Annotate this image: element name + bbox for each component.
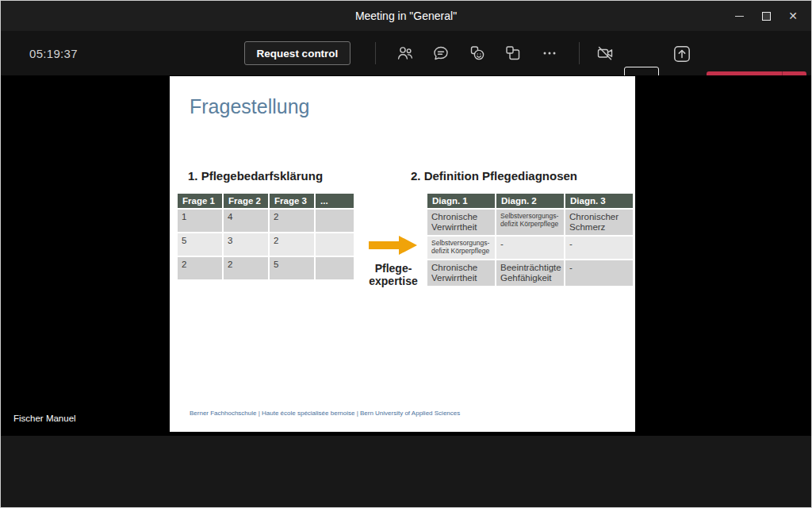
- table-cell: 2: [178, 257, 222, 279]
- more-dots-icon: [540, 44, 559, 63]
- table-header-cell: Diagn. 3: [565, 194, 633, 208]
- table-header-cell: Frage 1: [178, 194, 222, 208]
- participants-button[interactable]: [391, 39, 419, 67]
- titlebar: Meeting in "General" ✕: [1, 1, 811, 31]
- slide-section2-heading: 2. Definition Pflegediagnosen: [411, 169, 577, 183]
- minimize-icon: [735, 16, 744, 17]
- diagnosen-table: Diagn. 1Diagn. 2Diagn. 3Chronische Verwi…: [426, 192, 634, 287]
- table-header-cell: Frage 3: [270, 194, 314, 208]
- table-cell: 5: [270, 257, 314, 279]
- maximize-button[interactable]: [753, 4, 779, 28]
- slide-title: Fragestellung: [190, 95, 309, 118]
- table-cell: 4: [224, 210, 268, 232]
- table-cell: [316, 233, 354, 256]
- toolbar-divider: [579, 42, 580, 64]
- window-title: Meeting in "General": [1, 1, 811, 31]
- people-icon: [396, 44, 415, 63]
- chat-button[interactable]: [427, 39, 455, 67]
- window-controls: ✕: [726, 1, 806, 31]
- process-arrow: Pflege- expertise: [365, 235, 422, 287]
- arrow-label-line2: expertise: [365, 275, 422, 287]
- shared-slide: Fragestellung 1. Pflegebedarfsklärung 2.…: [170, 76, 635, 432]
- table-cell: -: [565, 237, 633, 259]
- reactions-button[interactable]: [463, 39, 492, 67]
- table-cell: [316, 210, 354, 232]
- table-cell: Beeinträchtigte Gehfähigkeit: [496, 260, 564, 286]
- table-header-cell: Diagn. 2: [496, 194, 564, 208]
- right-arrow-icon: [369, 235, 418, 256]
- request-control-button[interactable]: Request control: [244, 41, 350, 65]
- breakout-rooms-button[interactable]: [499, 39, 527, 67]
- share-screen-icon: [672, 44, 692, 64]
- fragen-table: Frage 1Frage 2Frage 3...142532225: [176, 192, 355, 281]
- table-cell: 2: [270, 210, 314, 232]
- camera-off-button[interactable]: [591, 39, 619, 67]
- maximize-icon: [762, 12, 771, 21]
- arrow-label-line1: Pflege-: [365, 262, 422, 275]
- toolbar-divider: [375, 42, 376, 64]
- table-cell: 2: [270, 233, 314, 256]
- teams-meeting-window: Meeting in "General" ✕ 05:19:37 Request …: [0, 0, 812, 508]
- chat-icon: [431, 44, 450, 63]
- slide-footer: Berner Fachhochschule | Haute école spéc…: [190, 410, 460, 417]
- reactions-icon: [468, 44, 487, 63]
- table-cell: Chronischer Schmerz: [565, 210, 633, 235]
- participant-strip: +7 GH VJ HM JP Juchli Patrick MC Moricch…: [1, 436, 811, 508]
- table-cell: 2: [224, 257, 268, 279]
- table-cell: [316, 257, 354, 279]
- camera-off-icon: [596, 44, 615, 63]
- table-cell: Selbstversorgungs-defizit Körperpflege: [427, 237, 495, 259]
- stage: Fragestellung 1. Pflegebedarfsklärung 2.…: [1, 75, 811, 436]
- table-cell: Chronische Verwirrtheit: [427, 210, 495, 235]
- table-cell: -: [496, 237, 564, 259]
- table-header-cell: Frage 2: [224, 194, 268, 208]
- presenter-name-overlay: Fischer Manuel: [13, 414, 76, 423]
- meeting-timer: 05:19:37: [29, 31, 78, 75]
- minimize-button[interactable]: [726, 4, 753, 28]
- table-cell: 5: [178, 233, 222, 256]
- share-button[interactable]: [668, 40, 696, 68]
- arrow-label: Pflege- expertise: [365, 262, 422, 287]
- pop-out-window-icon: [504, 44, 523, 63]
- more-actions-button[interactable]: [535, 39, 564, 67]
- table-header-cell: Diagn. 1: [427, 194, 495, 208]
- slide-section1-heading: 1. Pflegebedarfsklärung: [188, 169, 323, 183]
- table-header-cell: ...: [316, 194, 354, 208]
- table-cell: Chronische Verwirrtheit: [427, 260, 495, 286]
- table-cell: Selbstversorgungs-defizit Körperpflege: [496, 210, 564, 235]
- close-button[interactable]: ✕: [779, 4, 806, 28]
- table-cell: 1: [178, 210, 222, 232]
- table-cell: 3: [224, 233, 268, 256]
- meeting-toolbar: 05:19:37 Request control: [1, 31, 811, 75]
- table-cell: -: [565, 260, 633, 286]
- close-icon: ✕: [788, 10, 798, 22]
